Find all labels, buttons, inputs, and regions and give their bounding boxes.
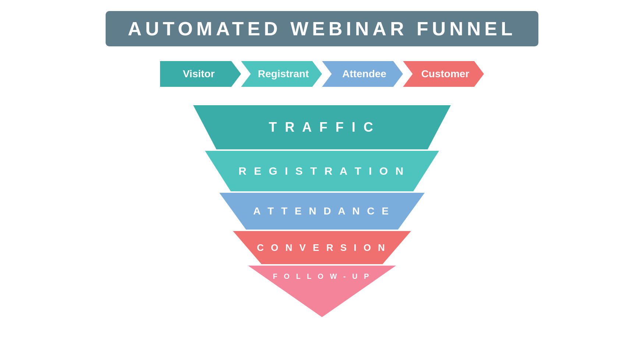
page-title: AUTOMATED WEBINAR FUNNEL: [128, 18, 516, 39]
funnel-registration: R E G I S T R A T I O N: [205, 151, 439, 191]
arrows-row: Visitor Registrant Attendee Customer: [160, 61, 484, 87]
funnel-conversion: C O N V E R S I O N: [233, 231, 411, 264]
arrow-visitor: Visitor: [160, 61, 241, 87]
funnel-traffic: T R A F F I C: [193, 105, 451, 149]
funnel-diagram: T R A F F I C R E G I S T R A T I O N A …: [193, 105, 451, 317]
funnel-attendance: A T T E N D A N C E: [219, 193, 425, 230]
page-title-bar: AUTOMATED WEBINAR FUNNEL: [106, 11, 538, 46]
arrow-customer: Customer: [403, 61, 484, 87]
arrow-registrant: Registrant: [241, 61, 322, 87]
funnel-followup: F O L L O W - U P: [248, 266, 396, 317]
arrow-attendee: Attendee: [322, 61, 403, 87]
